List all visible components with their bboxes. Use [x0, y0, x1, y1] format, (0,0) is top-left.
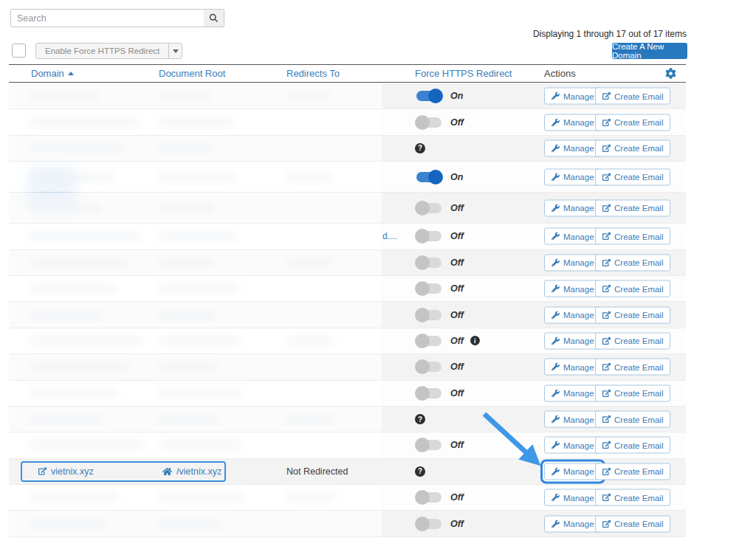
search-button[interactable]: [204, 9, 224, 27]
table-row: ?ManageCreate Email: [9, 407, 686, 432]
create-email-button[interactable]: Create Email: [595, 228, 670, 245]
question-icon[interactable]: ?: [415, 466, 425, 477]
blur-overlay: [9, 276, 382, 301]
manage-button[interactable]: Manage: [544, 139, 602, 156]
info-icon[interactable]: i: [470, 336, 480, 345]
force-https-toggle[interactable]: [415, 201, 443, 215]
toggle-state-label: Off: [450, 203, 464, 213]
create-domain-button[interactable]: Create A New Domain: [612, 43, 687, 59]
force-https-toggle[interactable]: [415, 229, 443, 244]
create-email-button[interactable]: Create Email: [595, 489, 670, 506]
document-root-text: /vietnix.xyz: [176, 466, 221, 477]
force-https-cell: Offi: [415, 334, 480, 348]
manage-button[interactable]: Manage: [544, 280, 602, 297]
force-https-toggle[interactable]: [415, 308, 443, 322]
manage-button[interactable]: Manage: [544, 437, 602, 454]
manage-button[interactable]: Manage: [544, 384, 602, 401]
redirect-link-truncated[interactable]: d....: [382, 231, 397, 241]
force-https-cell: ?: [415, 414, 425, 424]
blur-overlay: [9, 432, 382, 458]
bulk-action-button[interactable]: Enable Force HTTPS Redirect: [36, 44, 168, 58]
create-email-button[interactable]: Create Email: [595, 359, 670, 376]
force-https-toggle[interactable]: [415, 281, 443, 296]
create-email-button[interactable]: Create Email: [595, 515, 670, 532]
header-redirects-to[interactable]: Redirects To: [286, 65, 340, 83]
force-https-cell: Off: [415, 517, 464, 531]
force-https-toggle[interactable]: [415, 170, 443, 184]
create-email-button[interactable]: Create Email: [595, 332, 670, 349]
manage-label: Manage: [563, 389, 594, 398]
manage-button[interactable]: Manage: [544, 228, 602, 245]
manage-button[interactable]: Manage: [544, 463, 602, 480]
bulk-action-group: Enable Force HTTPS Redirect: [35, 43, 182, 59]
manage-button[interactable]: Manage: [544, 411, 602, 428]
create-email-button[interactable]: Create Email: [595, 254, 670, 271]
table-row: OnManageCreate Email: [9, 162, 686, 193]
wrench-icon: [551, 311, 560, 319]
wrench-icon: [551, 144, 560, 152]
header-domain[interactable]: Domain: [31, 65, 74, 83]
force-https-toggle[interactable]: [415, 490, 443, 505]
create-email-button[interactable]: Create Email: [595, 437, 670, 454]
search-input[interactable]: [10, 9, 205, 27]
create-email-button[interactable]: Create Email: [595, 280, 670, 297]
manage-button[interactable]: Manage: [544, 168, 602, 185]
create-email-button[interactable]: Create Email: [595, 114, 670, 131]
blur-overlay: [9, 328, 382, 353]
create-email-button[interactable]: Create Email: [595, 168, 670, 185]
create-email-button[interactable]: Create Email: [595, 139, 670, 156]
blur-overlay: [9, 381, 382, 406]
manage-button[interactable]: Manage: [544, 114, 602, 131]
force-https-cell: Off: [415, 201, 464, 215]
create-email-button[interactable]: Create Email: [595, 306, 670, 323]
create-email-label: Create Email: [614, 118, 663, 127]
bulk-action-dropdown[interactable]: [168, 44, 182, 58]
gear-icon[interactable]: [665, 68, 676, 79]
blur-overlay: [9, 250, 382, 275]
manage-button[interactable]: Manage: [544, 332, 602, 349]
manage-button[interactable]: Manage: [544, 515, 602, 532]
header-document-root[interactable]: Document Root: [159, 65, 225, 83]
wrench-icon: [551, 467, 560, 475]
force-https-toggle[interactable]: [415, 89, 443, 103]
force-https-toggle[interactable]: [415, 255, 443, 270]
question-icon[interactable]: ?: [415, 143, 425, 153]
create-email-button[interactable]: Create Email: [595, 199, 670, 216]
force-https-toggle[interactable]: [415, 438, 443, 452]
header-force-https[interactable]: Force HTTPS Redirect: [415, 65, 512, 83]
manage-button[interactable]: Manage: [544, 359, 602, 376]
question-icon[interactable]: ?: [415, 414, 425, 424]
manage-button[interactable]: Manage: [544, 199, 602, 216]
force-https-toggle[interactable]: [415, 334, 443, 348]
domain-link[interactable]: vietnix.xyz: [38, 466, 94, 477]
create-email-label: Create Email: [614, 415, 663, 424]
force-https-toggle[interactable]: [415, 115, 443, 130]
create-email-button[interactable]: Create Email: [595, 411, 670, 428]
wrench-icon: [551, 363, 560, 371]
toggle-state-label: Off: [450, 440, 464, 450]
create-email-button[interactable]: Create Email: [595, 463, 670, 480]
toggle-state-label: Off: [450, 258, 464, 268]
toggle-state-label: Off: [450, 310, 464, 320]
create-email-button[interactable]: Create Email: [595, 384, 670, 401]
wrench-icon: [551, 389, 560, 397]
table-row: OffManageCreate Email: [9, 193, 686, 224]
force-https-toggle[interactable]: [415, 386, 443, 401]
table-row: OffManageCreate Email: [9, 109, 686, 135]
manage-button[interactable]: Manage: [544, 88, 602, 105]
manage-button[interactable]: Manage: [544, 254, 602, 271]
force-https-cell: Off: [415, 229, 464, 244]
create-email-button[interactable]: Create Email: [595, 88, 670, 105]
wrench-icon: [551, 118, 560, 126]
manage-button[interactable]: Manage: [544, 489, 602, 506]
document-root-link[interactable]: /vietnix.xyz: [162, 466, 221, 477]
force-https-toggle[interactable]: [415, 517, 443, 531]
caret-down-icon: [173, 49, 179, 53]
external-link-icon: [602, 467, 611, 475]
table-row: OffManageCreate Email: [9, 432, 686, 458]
force-https-toggle[interactable]: [415, 359, 443, 374]
table-header: Domain Document Root Redirects To Force …: [9, 64, 686, 83]
manage-button[interactable]: Manage: [544, 306, 602, 323]
blur-overlay: [9, 83, 382, 108]
select-all-checkbox[interactable]: [12, 44, 26, 58]
